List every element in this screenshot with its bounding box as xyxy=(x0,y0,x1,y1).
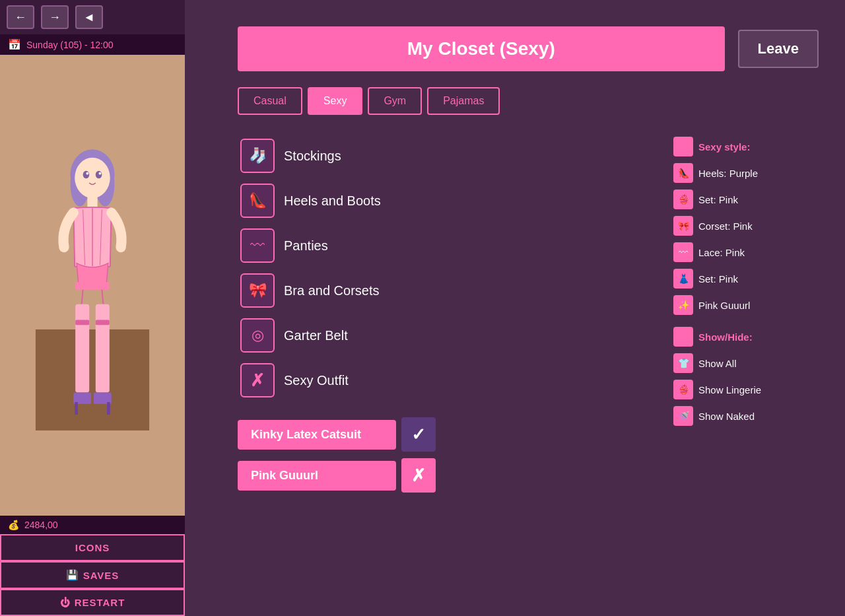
svg-rect-14 xyxy=(75,282,110,289)
svg-point-5 xyxy=(75,158,110,198)
show-all-row[interactable]: 👕 Show All xyxy=(673,351,819,375)
money-bar: 💰 2484,00 xyxy=(0,516,185,534)
outfit-label: Sexy Outfit xyxy=(284,373,349,388)
category-bra[interactable]: 🎀 Bra and Corsets xyxy=(238,269,647,312)
category-panties[interactable]: 〰 Panties xyxy=(238,224,647,267)
date-label: Sunday (105) - 12:00 xyxy=(26,40,114,50)
show-lingerie-label: Show Lingerie xyxy=(698,384,761,395)
tab-casual[interactable]: Casual xyxy=(238,87,302,115)
category-stockings[interactable]: 🧦 Stockings xyxy=(238,135,647,177)
pink-guuurl-stat-icon: ✨ xyxy=(673,295,693,315)
stockings-icon: 🧦 xyxy=(240,139,275,173)
category-heels[interactable]: 👠 Heels and Boots xyxy=(238,180,647,222)
pink-guuurl-stat-row: ✨ Pink Guuurl xyxy=(673,293,819,317)
outfit-slot-pink: Pink Guuurl ✗ xyxy=(238,458,647,493)
lace-stat-icon: 〰 xyxy=(673,242,693,262)
category-list: 🧦 Stockings 👠 Heels and Boots 〰 Panties … xyxy=(238,135,647,493)
icons-label: ICONS xyxy=(75,542,110,553)
show-naked-icon: 🚿 xyxy=(673,406,693,426)
collapse-button[interactable]: ◄ xyxy=(75,5,103,29)
outfit-icon: ✗ xyxy=(240,363,275,397)
svg-rect-10 xyxy=(87,195,97,208)
pink-guuurl-x-button[interactable]: ✗ xyxy=(401,458,436,493)
heels-stat-icon: 👠 xyxy=(673,163,693,183)
svg-rect-19 xyxy=(75,320,89,325)
svg-point-8 xyxy=(86,172,88,175)
lace-stat-row: 〰 Lace: Pink xyxy=(673,240,819,264)
show-lingerie-row[interactable]: 👙 Show Lingerie xyxy=(673,378,819,401)
restart-button[interactable]: ⏻ RESTART xyxy=(0,589,185,616)
back-button[interactable]: ← xyxy=(7,5,34,29)
character-area xyxy=(0,55,185,516)
main-content: My Closet (Sexy) Leave Casual Sexy Gym P… xyxy=(185,0,845,616)
leave-button[interactable]: Leave xyxy=(738,30,819,68)
svg-rect-17 xyxy=(75,304,89,393)
restart-label: RESTART xyxy=(75,597,125,608)
set1-stat-label: Set: Pink xyxy=(698,194,738,205)
set2-stat-row: 👗 Set: Pink xyxy=(673,267,819,291)
saves-button[interactable]: 💾 SAVES xyxy=(0,561,185,589)
set1-stat-row: 👙 Set: Pink xyxy=(673,188,819,211)
pink-guuurl-name[interactable]: Pink Guuurl xyxy=(238,461,396,491)
stockings-label: Stockings xyxy=(284,149,341,164)
icons-button[interactable]: ICONS xyxy=(0,534,185,561)
heels-stat-label: Heels: Purple xyxy=(698,168,758,179)
category-garter[interactable]: ◎ Garter Belt xyxy=(238,314,647,357)
show-naked-row[interactable]: 🚿 Show Naked xyxy=(673,404,819,428)
stats-column: Sexy style: 👠 Heels: Purple 👙 Set: Pink … xyxy=(673,135,819,493)
sidebar-buttons: ICONS 💾 SAVES ⏻ RESTART xyxy=(0,534,185,616)
heels-stat-row: 👠 Heels: Purple xyxy=(673,161,819,185)
saves-label: SAVES xyxy=(83,570,119,581)
heels-label: Heels and Boots xyxy=(284,193,381,209)
show-hide-icon xyxy=(673,327,693,347)
forward-button[interactable]: → xyxy=(41,5,69,29)
closet-columns: 🧦 Stockings 👠 Heels and Boots 〰 Panties … xyxy=(238,135,819,493)
calendar-icon: 📅 xyxy=(8,38,21,51)
catsuit-name[interactable]: Kinky Latex Catsuit xyxy=(238,420,396,450)
svg-point-7 xyxy=(96,171,102,178)
tab-gym[interactable]: Gym xyxy=(368,87,422,115)
closet-title: My Closet (Sexy) xyxy=(238,26,725,71)
set1-stat-icon: 👙 xyxy=(673,189,693,209)
set2-stat-icon: 👗 xyxy=(673,269,693,289)
pink-guuurl-stat-label: Pink Guuurl xyxy=(698,300,750,311)
catsuit-check-button[interactable]: ✓ xyxy=(401,417,436,452)
sexy-style-label: Sexy style: xyxy=(698,141,750,153)
svg-rect-20 xyxy=(96,320,110,325)
sidebar-top-nav: ← → ◄ xyxy=(0,0,185,34)
character-svg xyxy=(33,140,152,430)
bra-icon: 🎀 xyxy=(240,273,275,308)
tab-sexy[interactable]: Sexy xyxy=(308,87,363,115)
show-lingerie-icon: 👙 xyxy=(673,380,693,399)
svg-rect-18 xyxy=(96,304,110,393)
outfit-slots: Kinky Latex Catsuit ✓ Pink Guuurl ✗ xyxy=(238,417,647,493)
garter-label: Garter Belt xyxy=(284,328,348,343)
corset-stat-label: Corset: Pink xyxy=(698,221,753,232)
lace-stat-label: Lace: Pink xyxy=(698,247,745,258)
outfit-slot-catsuit: Kinky Latex Catsuit ✓ xyxy=(238,417,647,452)
show-naked-label: Show Naked xyxy=(698,411,755,422)
money-icon: 💰 xyxy=(8,520,19,530)
sexy-style-icon xyxy=(673,137,693,156)
set2-stat-label: Set: Pink xyxy=(698,273,738,285)
bra-label: Bra and Corsets xyxy=(284,283,380,298)
svg-rect-23 xyxy=(75,402,78,415)
style-tabs: Casual Sexy Gym Pajamas xyxy=(238,87,819,115)
svg-point-9 xyxy=(99,172,102,175)
category-outfit[interactable]: ✗ Sexy Outfit xyxy=(238,359,647,401)
restart-icon: ⏻ xyxy=(60,597,71,608)
panties-label: Panties xyxy=(284,238,328,254)
svg-point-6 xyxy=(83,171,90,178)
show-hide-row: Show/Hide: xyxy=(673,325,819,349)
corset-stat-icon: 🎀 xyxy=(673,216,693,236)
sidebar: ← → ◄ 📅 Sunday (105) - 12:00 xyxy=(0,0,185,616)
heels-icon: 👠 xyxy=(240,184,275,218)
saves-icon: 💾 xyxy=(66,569,79,581)
show-hide-label: Show/Hide: xyxy=(698,331,753,343)
panties-icon: 〰 xyxy=(240,228,275,263)
title-row: My Closet (Sexy) Leave xyxy=(238,26,819,71)
date-bar: 📅 Sunday (105) - 12:00 xyxy=(0,34,185,55)
tab-pajamas[interactable]: Pajamas xyxy=(427,87,500,115)
character-display xyxy=(0,55,185,516)
garter-icon: ◎ xyxy=(240,318,275,353)
